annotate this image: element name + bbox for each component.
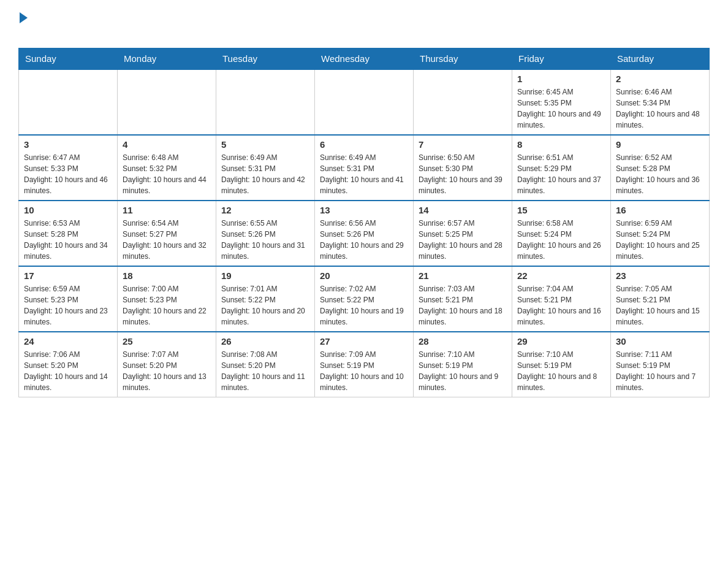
day-number: 3 (24, 139, 112, 150)
day-number: 27 (320, 336, 408, 347)
day-info: Sunrise: 7:02 AMSunset: 5:22 PMDaylight:… (320, 283, 408, 327)
day-info: Sunrise: 6:45 AMSunset: 5:35 PMDaylight:… (517, 86, 605, 131)
day-number: 1 (517, 74, 605, 84)
day-info: Sunrise: 6:50 AMSunset: 5:30 PMDaylight:… (419, 152, 507, 196)
calendar-cell: 7Sunrise: 6:50 AMSunset: 5:30 PMDaylight… (414, 135, 512, 201)
calendar-week-row: 1Sunrise: 6:45 AMSunset: 5:35 PMDaylight… (19, 69, 710, 135)
calendar-day-header: Saturday (611, 48, 710, 70)
calendar-day-header: Friday (512, 48, 611, 70)
calendar-body: 1Sunrise: 6:45 AMSunset: 5:35 PMDaylight… (19, 69, 710, 397)
day-number: 26 (221, 336, 309, 347)
calendar-cell: 30Sunrise: 7:11 AMSunset: 5:19 PMDayligh… (611, 332, 710, 397)
day-number: 25 (123, 336, 211, 347)
day-number: 23 (616, 270, 704, 281)
calendar-cell (216, 69, 315, 135)
day-number: 9 (616, 139, 704, 150)
calendar-cell: 19Sunrise: 7:01 AMSunset: 5:22 PMDayligh… (216, 266, 315, 332)
day-number: 21 (419, 270, 507, 281)
calendar-cell: 6Sunrise: 6:49 AMSunset: 5:31 PMDaylight… (315, 135, 414, 201)
day-number: 20 (320, 270, 408, 281)
calendar-cell: 23Sunrise: 7:05 AMSunset: 5:21 PMDayligh… (611, 266, 710, 332)
calendar-day-header: Sunday (19, 48, 118, 70)
day-number: 13 (320, 205, 408, 215)
day-info: Sunrise: 6:55 AMSunset: 5:26 PMDaylight:… (221, 218, 309, 262)
calendar-cell: 29Sunrise: 7:10 AMSunset: 5:19 PMDayligh… (512, 332, 611, 397)
day-number: 28 (419, 336, 507, 347)
calendar-week-row: 17Sunrise: 6:59 AMSunset: 5:23 PMDayligh… (19, 266, 710, 332)
page-header (18, 12, 710, 38)
calendar-cell: 12Sunrise: 6:55 AMSunset: 5:26 PMDayligh… (216, 201, 315, 266)
calendar-table: SundayMondayTuesdayWednesdayThursdayFrid… (18, 48, 710, 397)
day-number: 14 (419, 205, 507, 215)
day-number: 15 (517, 205, 605, 215)
calendar-cell: 14Sunrise: 6:57 AMSunset: 5:25 PMDayligh… (414, 201, 512, 266)
day-number: 5 (221, 139, 309, 150)
day-info: Sunrise: 7:00 AMSunset: 5:23 PMDaylight:… (123, 283, 211, 327)
calendar-cell: 17Sunrise: 6:59 AMSunset: 5:23 PMDayligh… (19, 266, 118, 332)
day-info: Sunrise: 6:46 AMSunset: 5:34 PMDaylight:… (616, 86, 704, 131)
calendar-cell: 21Sunrise: 7:03 AMSunset: 5:21 PMDayligh… (414, 266, 512, 332)
day-info: Sunrise: 6:58 AMSunset: 5:24 PMDaylight:… (517, 218, 605, 262)
day-info: Sunrise: 7:04 AMSunset: 5:21 PMDaylight:… (517, 283, 605, 327)
calendar-day-header: Wednesday (315, 48, 414, 70)
day-number: 30 (616, 336, 704, 347)
day-info: Sunrise: 7:06 AMSunset: 5:20 PMDaylight:… (24, 349, 112, 393)
day-info: Sunrise: 6:56 AMSunset: 5:26 PMDaylight:… (320, 218, 408, 262)
calendar-cell: 2Sunrise: 6:46 AMSunset: 5:34 PMDaylight… (611, 69, 710, 135)
calendar-day-header: Monday (118, 48, 216, 70)
calendar-cell: 27Sunrise: 7:09 AMSunset: 5:19 PMDayligh… (315, 332, 414, 397)
day-info: Sunrise: 7:10 AMSunset: 5:19 PMDaylight:… (419, 349, 507, 393)
day-number: 24 (24, 336, 112, 347)
day-info: Sunrise: 6:47 AMSunset: 5:33 PMDaylight:… (24, 152, 112, 196)
logo (18, 12, 28, 38)
calendar-cell: 28Sunrise: 7:10 AMSunset: 5:19 PMDayligh… (414, 332, 512, 397)
day-number: 12 (221, 205, 309, 215)
calendar-cell: 4Sunrise: 6:48 AMSunset: 5:32 PMDaylight… (118, 135, 216, 201)
calendar-day-header: Tuesday (216, 48, 315, 70)
calendar-cell (315, 69, 414, 135)
calendar-week-row: 3Sunrise: 6:47 AMSunset: 5:33 PMDaylight… (19, 135, 710, 201)
day-number: 11 (123, 205, 211, 215)
day-info: Sunrise: 6:57 AMSunset: 5:25 PMDaylight:… (419, 218, 507, 262)
day-number: 29 (517, 336, 605, 347)
calendar-header-row: SundayMondayTuesdayWednesdayThursdayFrid… (19, 48, 710, 70)
day-info: Sunrise: 6:59 AMSunset: 5:24 PMDaylight:… (616, 218, 704, 262)
calendar-cell: 13Sunrise: 6:56 AMSunset: 5:26 PMDayligh… (315, 201, 414, 266)
day-info: Sunrise: 6:54 AMSunset: 5:27 PMDaylight:… (123, 218, 211, 262)
day-info: Sunrise: 7:05 AMSunset: 5:21 PMDaylight:… (616, 283, 704, 327)
calendar-cell: 24Sunrise: 7:06 AMSunset: 5:20 PMDayligh… (19, 332, 118, 397)
day-number: 16 (616, 205, 704, 215)
day-number: 17 (24, 270, 112, 281)
calendar-cell: 5Sunrise: 6:49 AMSunset: 5:31 PMDaylight… (216, 135, 315, 201)
calendar-cell: 18Sunrise: 7:00 AMSunset: 5:23 PMDayligh… (118, 266, 216, 332)
calendar-cell: 9Sunrise: 6:52 AMSunset: 5:28 PMDaylight… (611, 135, 710, 201)
day-info: Sunrise: 6:49 AMSunset: 5:31 PMDaylight:… (320, 152, 408, 196)
calendar-cell: 8Sunrise: 6:51 AMSunset: 5:29 PMDaylight… (512, 135, 611, 201)
day-info: Sunrise: 7:01 AMSunset: 5:22 PMDaylight:… (221, 283, 309, 327)
calendar-cell: 16Sunrise: 6:59 AMSunset: 5:24 PMDayligh… (611, 201, 710, 266)
day-info: Sunrise: 6:52 AMSunset: 5:28 PMDaylight:… (616, 152, 704, 196)
day-info: Sunrise: 6:51 AMSunset: 5:29 PMDaylight:… (517, 152, 605, 196)
calendar-cell: 1Sunrise: 6:45 AMSunset: 5:35 PMDaylight… (512, 69, 611, 135)
day-number: 18 (123, 270, 211, 281)
calendar-cell (19, 69, 118, 135)
day-number: 4 (123, 139, 211, 150)
day-info: Sunrise: 6:53 AMSunset: 5:28 PMDaylight:… (24, 218, 112, 262)
day-info: Sunrise: 7:07 AMSunset: 5:20 PMDaylight:… (123, 349, 211, 393)
day-info: Sunrise: 6:49 AMSunset: 5:31 PMDaylight:… (221, 152, 309, 196)
calendar-cell (118, 69, 216, 135)
calendar-day-header: Thursday (414, 48, 512, 70)
calendar-cell: 22Sunrise: 7:04 AMSunset: 5:21 PMDayligh… (512, 266, 611, 332)
calendar-cell: 25Sunrise: 7:07 AMSunset: 5:20 PMDayligh… (118, 332, 216, 397)
calendar-cell: 15Sunrise: 6:58 AMSunset: 5:24 PMDayligh… (512, 201, 611, 266)
calendar-cell: 11Sunrise: 6:54 AMSunset: 5:27 PMDayligh… (118, 201, 216, 266)
day-number: 22 (517, 270, 605, 281)
calendar-cell: 10Sunrise: 6:53 AMSunset: 5:28 PMDayligh… (19, 201, 118, 266)
day-info: Sunrise: 7:11 AMSunset: 5:19 PMDaylight:… (616, 349, 704, 393)
day-number: 10 (24, 205, 112, 215)
calendar-cell (414, 69, 512, 135)
calendar-week-row: 10Sunrise: 6:53 AMSunset: 5:28 PMDayligh… (19, 201, 710, 266)
day-number: 7 (419, 139, 507, 150)
day-number: 19 (221, 270, 309, 281)
day-number: 2 (616, 74, 704, 84)
